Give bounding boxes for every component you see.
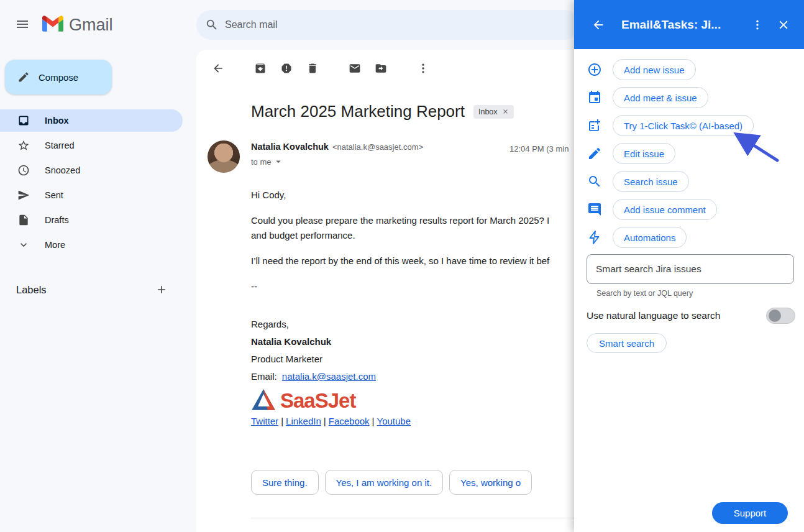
signature-email-link[interactable]: natalia.k@saasjet.com	[282, 371, 376, 382]
natural-language-row: Use natural language to search	[587, 308, 795, 324]
saasjet-wordmark: SaaSJet	[280, 390, 355, 411]
plus-icon	[155, 283, 168, 296]
kebab-menu-icon	[751, 19, 764, 31]
smart-reply-chip[interactable]: Yes, working o	[449, 470, 532, 495]
gmail-topbar: Gmail	[0, 0, 574, 50]
automations-button[interactable]: Automations	[613, 227, 687, 248]
saasjet-triangle-icon	[251, 388, 276, 411]
folder-move-icon	[375, 62, 387, 75]
clock-icon	[17, 164, 30, 177]
sender-avatar	[208, 140, 240, 173]
email-subject: March 2025 Marketing Report	[251, 102, 465, 121]
sidebar-item-starred[interactable]: Starred	[0, 134, 183, 157]
facebook-link[interactable]: Facebook	[329, 416, 370, 426]
jira-smart-search-input[interactable]	[587, 254, 794, 284]
natural-language-toggle[interactable]	[766, 308, 795, 324]
hamburger-icon	[15, 17, 30, 34]
back-arrow-icon	[212, 62, 224, 75]
envelope-icon	[349, 62, 361, 75]
divider	[251, 518, 590, 518]
calendar-icon[interactable]	[587, 89, 603, 106]
gmail-logo[interactable]: Gmail	[42, 16, 113, 35]
report-spam-icon	[280, 62, 293, 75]
email-toolbar	[205, 56, 436, 81]
sidebar-item-inbox[interactable]: Inbox	[0, 109, 183, 132]
email-body: Hi Cody, Could you please prepare the ma…	[251, 188, 549, 294]
compose-button[interactable]: Compose	[5, 60, 112, 94]
smart-reply-chip[interactable]: Yes, I am working on it.	[325, 470, 444, 495]
send-icon	[17, 189, 30, 201]
search-issue-button[interactable]: Search issue	[613, 171, 689, 192]
sidebar-item-snoozed[interactable]: Snoozed	[0, 159, 183, 181]
panel-header: Email&Tasks: Ji...	[574, 0, 804, 49]
task-add-icon[interactable]	[587, 117, 603, 134]
smart-reply-row: Sure thing. Yes, I am working on it. Yes…	[251, 470, 532, 495]
close-icon	[777, 18, 790, 32]
panel-back-button[interactable]	[585, 12, 611, 38]
email-timestamp: 12:04 PM (3 min	[509, 144, 569, 154]
edit-icon[interactable]	[587, 145, 603, 162]
toggle-knob	[769, 310, 781, 322]
trash-icon	[306, 62, 319, 75]
panel-close-button[interactable]	[770, 12, 797, 38]
create-label-button[interactable]	[152, 280, 171, 300]
saasjet-logo: SaaSJet	[251, 388, 411, 411]
search-bar[interactable]	[196, 10, 579, 40]
panel-menu-button[interactable]	[744, 12, 770, 38]
sender-address: <natalia.k@saasjet.com>	[332, 142, 423, 152]
archive-icon	[254, 62, 267, 75]
search-helper-text: Search by text or JQL query	[596, 289, 693, 298]
gmail-wordmark: Gmail	[69, 16, 113, 35]
add-issue-comment-button[interactable]: Add issue comment	[613, 199, 717, 220]
add-circle-icon[interactable]	[587, 62, 603, 78]
email-signature: Regards, Natalia Kovalchuk Product Marke…	[251, 316, 411, 430]
inbox-label-chip[interactable]: Inbox	[473, 105, 514, 119]
recipient-dropdown[interactable]: to me	[251, 156, 423, 167]
twitter-link[interactable]: Twitter	[251, 416, 278, 426]
natural-language-label: Use natural language to search	[587, 310, 720, 321]
support-button[interactable]: Support	[712, 502, 788, 524]
draft-file-icon	[17, 214, 30, 226]
smart-reply-chip[interactable]: Sure thing.	[251, 470, 319, 495]
gmail-m-icon	[42, 16, 63, 34]
add-meet-issue-button[interactable]: Add meet & issue	[613, 87, 708, 108]
star-icon	[17, 139, 30, 152]
main-menu-button[interactable]	[7, 10, 37, 40]
gmail-sidebar: Compose Inbox Starred Snoozed Sent Draft…	[0, 50, 186, 300]
linkedin-link[interactable]: LinkedIn	[286, 416, 321, 426]
smart-search-button[interactable]: Smart search	[587, 333, 667, 353]
back-arrow-icon	[592, 18, 605, 32]
youtube-link[interactable]: Youtube	[377, 416, 411, 426]
sidebar-item-more[interactable]: More	[0, 234, 183, 256]
compose-pencil-icon	[17, 71, 30, 83]
more-options-button[interactable]	[410, 56, 436, 81]
kebab-menu-icon	[417, 62, 429, 75]
try-one-click-task-button[interactable]: Try 1-Click Task© (AI-based)	[613, 115, 754, 136]
automation-icon[interactable]	[587, 229, 603, 245]
chip-close-icon[interactable]	[502, 108, 509, 115]
back-button[interactable]	[205, 56, 231, 81]
chevron-down-icon	[17, 239, 30, 251]
report-spam-button[interactable]	[273, 56, 299, 81]
labels-header-row: Labels	[16, 280, 171, 300]
search-icon[interactable]	[587, 173, 603, 190]
inbox-icon	[17, 114, 30, 127]
email-view-card: March 2025 Marketing Report Inbox Natali…	[196, 50, 587, 532]
mark-unread-button[interactable]	[342, 56, 368, 81]
delete-button[interactable]	[299, 56, 326, 81]
jira-addon-panel: Email&Tasks: Ji... Add new issue Add mee…	[574, 0, 804, 532]
comment-icon[interactable]	[587, 201, 603, 218]
move-to-button[interactable]	[368, 56, 394, 81]
panel-title: Email&Tasks: Ji...	[621, 18, 744, 32]
search-input[interactable]	[225, 19, 574, 30]
sidebar-item-sent[interactable]: Sent	[0, 184, 183, 206]
dropdown-arrow-icon	[273, 156, 284, 167]
sidebar-item-drafts[interactable]: Drafts	[0, 209, 183, 231]
add-new-issue-button[interactable]: Add new issue	[613, 59, 696, 80]
archive-button[interactable]	[247, 56, 273, 81]
sender-name: Natalia Kovalchuk	[251, 142, 329, 152]
signature-role: Product Marketer	[251, 351, 411, 368]
search-icon[interactable]	[205, 18, 219, 32]
edit-issue-button[interactable]: Edit issue	[613, 143, 675, 164]
signature-name: Natalia Kovalchuk	[251, 333, 411, 351]
